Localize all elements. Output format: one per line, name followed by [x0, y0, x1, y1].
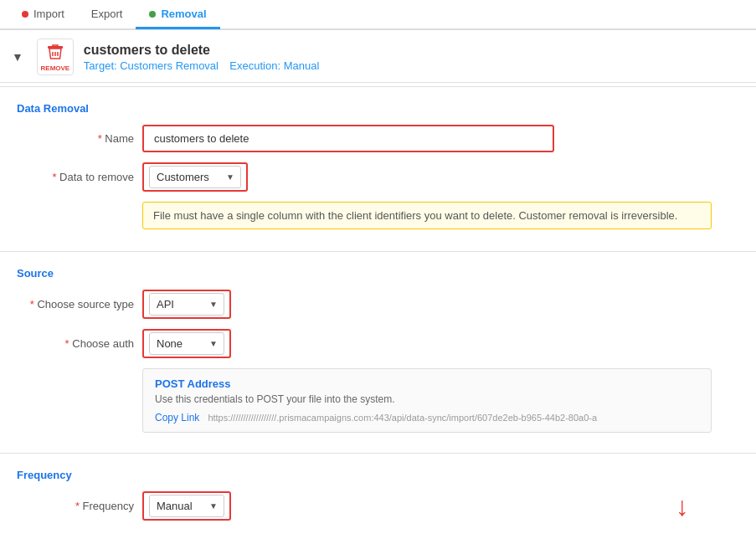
post-title: POST Address: [155, 377, 699, 390]
data-to-remove-dropdown-wrap: Customers ▼: [149, 166, 241, 188]
post-url: https://////////////////.prismacampaigns…: [208, 413, 597, 423]
tab-removal-label: Removal: [161, 8, 206, 20]
top-tabs: Import Export Removal: [0, 0, 756, 30]
import-dot: [22, 11, 28, 18]
source-type-row: * Choose source type API File FTP ▼: [17, 290, 739, 319]
removal-icon: [45, 43, 65, 63]
tab-export[interactable]: Export: [78, 1, 136, 29]
source-section: Source * Choose source type API File FTP…: [0, 255, 756, 449]
data-to-remove-row: * Data to remove Customers ▼: [17, 162, 739, 192]
header-text: customers to delete Target: Customers Re…: [84, 43, 319, 72]
frequency-section: Frequency * Frequency Manual Daily Weekl…: [0, 457, 756, 539]
frequency-title: Frequency: [17, 469, 739, 481]
post-link-row: Copy Link https://////////////////.prism…: [155, 412, 699, 424]
post-desc: Use this credentials to POST your file i…: [155, 393, 699, 405]
source-type-label: * Choose source type: [17, 298, 142, 311]
tab-export-label: Export: [91, 8, 123, 20]
icon-label: REMOVE: [41, 64, 70, 72]
data-removal-title: Data Removal: [17, 102, 739, 115]
frequency-dropdown-wrap: Manual Daily Weekly Monthly ▼: [149, 495, 224, 517]
data-removal-section: Data Removal * Name * Data to remove Cus…: [0, 90, 756, 248]
frequency-row: * Frequency Manual Daily Weekly Monthly …: [17, 491, 739, 521]
data-to-remove-select[interactable]: Customers: [149, 166, 241, 188]
tab-import-label: Import: [33, 8, 64, 20]
removal-icon-box: REMOVE: [37, 38, 74, 75]
tab-removal[interactable]: Removal: [136, 1, 219, 29]
source-type-select[interactable]: API File FTP: [149, 293, 224, 316]
frequency-select[interactable]: Manual Daily Weekly Monthly: [149, 495, 224, 517]
source-title: Source: [17, 267, 739, 280]
auth-dropdown-wrap: None Basic Token ▼: [149, 332, 224, 355]
auth-select[interactable]: None Basic Token: [149, 332, 224, 355]
execution-label: Execution:: [229, 59, 283, 72]
post-address-box: POST Address Use this credentials to POS…: [142, 368, 712, 433]
back-chevron[interactable]: ▼: [12, 50, 23, 64]
removal-dot: [149, 11, 156, 18]
header-row: ▼ REMOVE customers to delete Target: Cus…: [0, 30, 756, 83]
auth-label: * Choose auth: [17, 337, 142, 350]
auth-row: * Choose auth None Basic Token ▼: [17, 329, 739, 358]
source-type-dropdown-wrap: API File FTP ▼: [149, 293, 224, 316]
copy-link-button[interactable]: Copy Link: [155, 412, 199, 424]
name-label: * Name: [17, 132, 142, 145]
target-label: Target:: [84, 59, 120, 72]
data-to-remove-label: * Data to remove: [17, 171, 142, 183]
down-arrow-indicator: ↓: [676, 493, 689, 520]
target-value: Customers Removal: [120, 59, 219, 72]
tab-import[interactable]: Import: [8, 1, 78, 29]
frequency-label: * Frequency: [17, 500, 142, 512]
execution-value: Manual: [284, 59, 320, 72]
header-meta: Target: Customers Removal Execution: Man…: [84, 59, 319, 72]
page-title: customers to delete: [84, 43, 319, 58]
warning-box: File must have a single column with the …: [142, 202, 712, 229]
name-input[interactable]: [147, 128, 549, 149]
warning-text: File must have a single column with the …: [153, 209, 677, 222]
name-row: * Name: [17, 125, 739, 152]
